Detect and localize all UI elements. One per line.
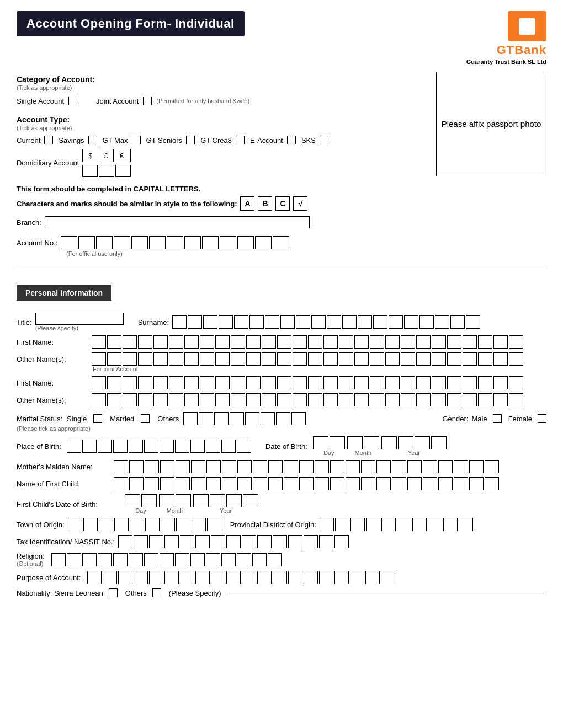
gt-crea8-checkbox[interactable] xyxy=(236,136,245,144)
rel13[interactable] xyxy=(237,553,251,566)
sks-checkbox[interactable] xyxy=(320,136,328,144)
jfn11[interactable] xyxy=(246,376,261,389)
pd1[interactable] xyxy=(320,518,334,531)
tax9[interactable] xyxy=(242,535,256,548)
pu1[interactable] xyxy=(87,571,102,584)
mm22[interactable] xyxy=(438,460,453,473)
pob9[interactable] xyxy=(190,440,205,453)
s3[interactable] xyxy=(203,315,217,329)
rel2[interactable] xyxy=(67,553,81,566)
pd3[interactable] xyxy=(350,518,365,531)
nationality-sl-checkbox[interactable] xyxy=(109,588,118,597)
rel8[interactable] xyxy=(160,553,174,566)
fn9[interactable] xyxy=(215,335,230,349)
single-account-checkbox[interactable] xyxy=(68,97,77,105)
fc8[interactable] xyxy=(222,477,236,490)
jon12[interactable] xyxy=(262,393,276,406)
s10[interactable] xyxy=(311,315,326,329)
mm21[interactable] xyxy=(423,460,437,473)
to6[interactable] xyxy=(145,518,160,531)
fc15[interactable] xyxy=(330,477,344,490)
fcd-year-1[interactable] xyxy=(193,494,209,507)
jon24[interactable] xyxy=(447,393,461,406)
please-specify-line[interactable] xyxy=(227,593,547,593)
jon21[interactable] xyxy=(401,393,415,406)
fc22[interactable] xyxy=(438,477,453,490)
fc21[interactable] xyxy=(423,477,437,490)
jon27[interactable] xyxy=(493,393,508,406)
s6[interactable] xyxy=(249,315,264,329)
rel6[interactable] xyxy=(129,553,143,566)
fn18[interactable] xyxy=(354,335,369,349)
jon17[interactable] xyxy=(339,393,353,406)
on15[interactable] xyxy=(308,352,322,366)
pd7[interactable] xyxy=(412,518,427,531)
fn10[interactable] xyxy=(231,335,245,349)
tax6[interactable] xyxy=(195,535,210,548)
pu11[interactable] xyxy=(242,571,256,584)
jfn1[interactable] xyxy=(92,376,106,389)
jon13[interactable] xyxy=(277,393,291,406)
jfn25[interactable] xyxy=(463,376,477,389)
fn23[interactable] xyxy=(432,335,446,349)
male-checkbox[interactable] xyxy=(493,414,502,423)
on9[interactable] xyxy=(215,352,230,366)
on7[interactable] xyxy=(184,352,199,366)
fn19[interactable] xyxy=(370,335,384,349)
on25[interactable] xyxy=(463,352,477,366)
pd10[interactable] xyxy=(459,518,473,531)
pu13[interactable] xyxy=(273,571,287,584)
on1[interactable] xyxy=(92,352,106,366)
mo3[interactable] xyxy=(214,412,229,425)
to2[interactable] xyxy=(83,518,98,531)
mm10[interactable] xyxy=(253,460,267,473)
rel1[interactable] xyxy=(51,553,66,566)
on3[interactable] xyxy=(123,352,137,366)
to4[interactable] xyxy=(114,518,129,531)
on13[interactable] xyxy=(277,352,291,366)
on4[interactable] xyxy=(138,352,152,366)
fc24[interactable] xyxy=(469,477,484,490)
fc11[interactable] xyxy=(268,477,283,490)
pd4[interactable] xyxy=(366,518,380,531)
fc19[interactable] xyxy=(392,477,406,490)
acct-box-5[interactable] xyxy=(131,236,148,249)
pob2[interactable] xyxy=(82,440,97,453)
to9[interactable] xyxy=(192,518,206,531)
dob-year-1[interactable] xyxy=(381,436,397,449)
jon28[interactable] xyxy=(509,393,523,406)
mm18[interactable] xyxy=(376,460,391,473)
jfn19[interactable] xyxy=(370,376,384,389)
s16[interactable] xyxy=(404,315,418,329)
mm20[interactable] xyxy=(407,460,422,473)
pu19[interactable] xyxy=(365,571,380,584)
pob8[interactable] xyxy=(175,440,189,453)
mo6[interactable] xyxy=(261,412,275,425)
rel12[interactable] xyxy=(221,553,236,566)
fn5[interactable] xyxy=(153,335,168,349)
s17[interactable] xyxy=(419,315,434,329)
fn24[interactable] xyxy=(447,335,461,349)
jfn12[interactable] xyxy=(262,376,276,389)
jfn20[interactable] xyxy=(385,376,400,389)
fcd-month-2[interactable] xyxy=(176,494,191,507)
acct-box-8[interactable] xyxy=(184,236,201,249)
acct-box-11[interactable] xyxy=(237,236,254,249)
pob1[interactable] xyxy=(67,440,81,453)
fc5[interactable] xyxy=(176,477,190,490)
acct-box-12[interactable] xyxy=(255,236,272,249)
rel9[interactable] xyxy=(175,553,189,566)
fc14[interactable] xyxy=(315,477,329,490)
on11[interactable] xyxy=(246,352,261,366)
mo2[interactable] xyxy=(199,412,213,425)
rel11[interactable] xyxy=(206,553,220,566)
jfn6[interactable] xyxy=(169,376,183,389)
savings-checkbox[interactable] xyxy=(88,136,97,144)
jon16[interactable] xyxy=(323,393,338,406)
pu3[interactable] xyxy=(118,571,132,584)
jfn10[interactable] xyxy=(231,376,245,389)
dollar-checkbox[interactable] xyxy=(82,165,98,177)
fn12[interactable] xyxy=(262,335,276,349)
on26[interactable] xyxy=(478,352,492,366)
jon20[interactable] xyxy=(385,393,400,406)
